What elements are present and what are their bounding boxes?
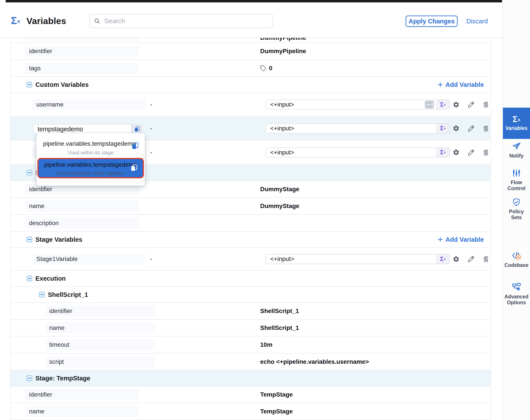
edit-pencil-icon[interactable] [468,149,475,156]
field-value: ShellScript_1 [260,308,299,315]
dropdown-option-pipeline-scope-selected[interactable]: pipeline.variables.tempstagedemo Used an… [37,158,144,178]
field-label: name [45,322,155,333]
field-label: name [25,201,139,211]
variable-type-dash: - [150,255,152,263]
row-controls [453,255,489,263]
label-pill-fragment [25,38,139,41]
table-row-tempstage-name: name TempStage [11,403,491,420]
runtime-input-selector[interactable] [425,101,434,108]
tags-count: 0 [269,65,272,72]
delete-trash-icon[interactable] [483,101,489,108]
sidebar-item-label: Notify [508,153,525,159]
section-header-stage-variables: Stage Variables Add Variable [11,232,491,248]
copy-icon [134,126,140,132]
variable-value-input[interactable]: <+input> Σx [265,148,450,157]
step-header-shellscript: ShellScript_1 [11,287,491,303]
variable-name-input[interactable]: tempstagedemo [33,124,132,134]
search-box[interactable] [89,14,273,28]
field-label: timeout [45,339,155,350]
edit-pencil-icon[interactable] [468,125,475,132]
field-label: identifier [45,306,155,316]
variable-name-field[interactable]: username [32,99,145,110]
field-label: identifier [25,389,139,400]
section-header-stage-temp: Stage: TempStage [11,370,491,387]
variable-value-text: <+input> [266,255,436,263]
sidebar-item-notify[interactable]: Notify [503,142,530,159]
collapse-minus-icon[interactable] [27,237,32,242]
variable-type-dash: - [150,101,152,108]
sidebar-item-label: Flow Control [503,180,530,191]
variable-type-dash: - [150,125,152,132]
gear-icon[interactable] [453,101,460,108]
delete-trash-icon[interactable] [483,256,489,263]
search-input[interactable] [104,17,269,25]
sidebar-item-label: Codebase [503,262,530,268]
edit-pencil-icon[interactable] [468,101,475,108]
variable-value-input[interactable]: <+input> Σx [265,123,450,134]
field-label: description [25,218,139,229]
copy-icon [131,142,139,151]
sidebar-item-advanced-options[interactable]: Advanced Options [503,282,530,306]
collapse-minus-icon[interactable] [27,276,32,281]
tag-icon [260,65,267,72]
sidebar-item-variables[interactable]: Σx Variables [503,108,530,139]
table-row-step-script: script echo <+pipeline.variables.usernam… [11,354,491,370]
field-label: name [25,406,139,417]
flowchart-gear-icon [512,282,521,292]
code-warning-icon [512,251,521,260]
gear-icon[interactable] [453,125,460,132]
sidebar-item-policy-sets[interactable]: Policy Sets [503,197,530,221]
delete-trash-icon[interactable] [483,149,489,156]
collapse-minus-icon[interactable] [27,82,32,88]
discard-button[interactable]: Discard [466,15,488,27]
table-row-stage-description: description [11,215,491,232]
table-row-pipeline-tags: tags 0 [11,60,491,77]
apply-changes-button[interactable]: Apply Changes [406,15,458,27]
option-hint: Used within its stage [37,150,145,156]
table-row-tempstage-identifier: identifier TempStage [11,387,491,403]
gear-icon[interactable] [453,255,460,263]
sidebar-item-label: Advanced Options [503,294,530,306]
field-value: ShellScript_1 [260,324,299,331]
expression-sigma-button[interactable]: Σx [436,148,449,157]
expression-sigma-button[interactable]: Σx [436,255,449,264]
sidebar-item-flow-control[interactable]: Flow Control [503,168,530,191]
section-title: Custom Variables [35,81,88,88]
option-text: pipeline.variables.tempstagedemo [44,161,137,168]
add-variable-button[interactable]: Add Variable [437,236,484,243]
copy-button[interactable] [132,126,143,132]
gear-icon[interactable] [453,149,460,156]
shield-check-icon [512,197,521,207]
variable-value-input[interactable]: <+input> Σx [265,100,450,110]
section-header-custom-variables: Custom Variables Add Variable [11,77,491,93]
sidebar-item-label: Variables [504,125,529,131]
expression-sigma-button[interactable]: Σx [436,100,449,109]
collapse-minus-icon[interactable] [39,292,44,297]
field-value: DummyStage [260,186,299,193]
field-value: TempStage [260,391,293,398]
add-variable-button[interactable]: Add Variable [437,81,484,88]
copy-path-dropdown: pipeline.variables.tempstagedemo Used wi… [37,133,145,186]
panel-header: Σx Variables Apply Changes Discard [0,2,502,38]
collapse-minus-icon[interactable] [27,375,32,381]
section-title: Stage: TempStage [35,375,90,382]
variable-value-input[interactable]: <+input> Σx [265,254,450,264]
delete-trash-icon[interactable] [483,125,489,132]
row-controls [453,101,489,108]
page-title: Variables [27,16,66,26]
section-title: Execution [35,275,66,282]
expression-sigma-button[interactable]: Σx [436,124,449,133]
dropdown-option-stage-scope[interactable]: pipeline.variables.tempstagedemo Used wi… [37,135,145,157]
variable-name-field[interactable]: Stage1Variable [32,254,145,265]
search-icon [94,18,100,24]
field-value: DummyPipeline [260,48,306,55]
edit-pencil-icon[interactable] [468,255,475,263]
plus-icon [437,237,443,243]
collapse-minus-icon[interactable] [27,170,32,175]
sidebar-item-codebase[interactable]: Codebase [503,251,530,268]
section-title: Stage Variables [35,236,82,243]
variables-sigma-logo-icon: Σx [11,15,20,26]
right-sidebar: Σx Variables Notify Flow Control Policy … [502,0,530,420]
table-row-step-name: name ShellScript_1 [11,320,491,336]
tags-value: 0 [260,65,272,72]
